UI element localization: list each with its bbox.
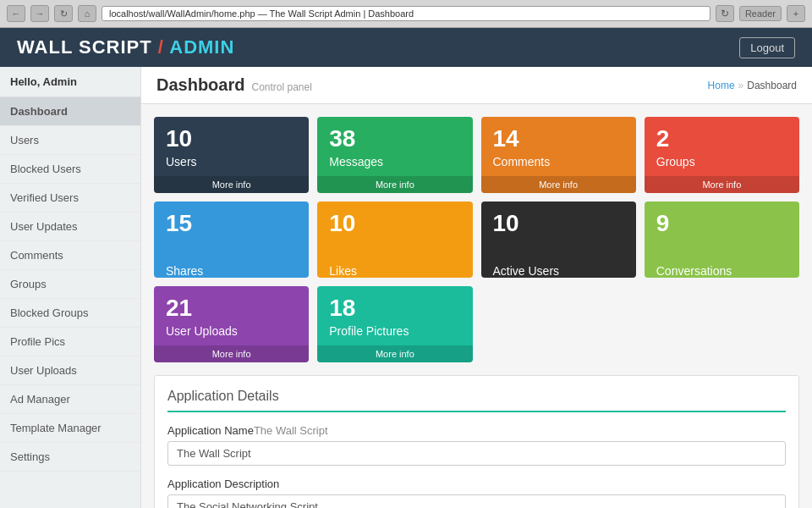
page-title-area: Dashboard Control panel: [156, 75, 312, 95]
breadcrumb-home[interactable]: Home: [708, 80, 735, 91]
stat-number-profile-pictures: 18: [329, 296, 460, 320]
reload-button[interactable]: ↻: [716, 5, 734, 22]
refresh-button[interactable]: ↻: [54, 5, 73, 22]
breadcrumb: Home » Dashboard: [708, 80, 797, 91]
form-label-app-description: Application Description: [167, 478, 786, 490]
main-layout: Hello, Admin Dashboard Users Blocked Use…: [0, 67, 812, 508]
stat-card-active-users[interactable]: 10Active Users: [481, 202, 636, 278]
stat-number-users: 10: [166, 127, 297, 151]
page-subtitle: Control panel: [251, 81, 311, 93]
browser-chrome: ← → ↻ ⌂ localhost/wall/WallAdmin/home.ph…: [0, 0, 812, 28]
stat-label-messages: Messages: [329, 155, 460, 168]
sidebar-item-groups[interactable]: Groups: [0, 270, 140, 299]
stat-card-profile-pictures[interactable]: 18Profile PicturesMore info: [317, 286, 472, 362]
page-title: Dashboard: [156, 75, 244, 95]
stat-label-user-uploads: User Uploads: [166, 324, 297, 338]
logo-script: SCRIPT: [73, 36, 158, 58]
sidebar-item-user-uploads[interactable]: User Uploads: [0, 356, 140, 385]
sidebar-item-settings[interactable]: Settings: [0, 443, 140, 472]
forward-button[interactable]: →: [30, 5, 49, 22]
stat-number-user-uploads: 21: [166, 296, 297, 320]
stat-number-conversations: 9: [656, 212, 787, 235]
logo-admin: ADMIN: [164, 36, 234, 58]
stat-card-user-uploads[interactable]: 21User UploadsMore info: [154, 286, 309, 362]
sidebar-item-blocked-users[interactable]: Blocked Users: [0, 155, 140, 184]
app-details-title: Application Details: [167, 389, 786, 412]
sidebar-item-ad-manager[interactable]: Ad Manager: [0, 385, 140, 414]
stat-label-comments: Comments: [493, 155, 624, 168]
page-header: Dashboard Control panel Home » Dashboard: [141, 67, 812, 104]
stat-more-groups[interactable]: More info: [645, 176, 799, 193]
stat-label-groups: Groups: [656, 155, 787, 168]
logo-wall: WALL: [17, 36, 73, 58]
reader-button[interactable]: Reader: [739, 6, 782, 21]
sidebar-item-blocked-groups[interactable]: Blocked Groups: [0, 299, 140, 328]
stat-card-groups[interactable]: 2GroupsMore info: [645, 117, 799, 193]
stat-number-groups: 2: [656, 127, 787, 151]
form-group-app-description: Application Description: [167, 478, 786, 508]
stat-more-comments[interactable]: More info: [481, 176, 636, 193]
form-group-app-name: Application NameThe Wall Script: [167, 424, 786, 466]
stat-label-users: Users: [166, 155, 297, 168]
app-header: WALL SCRIPT / ADMIN Logout: [0, 28, 812, 67]
stat-more-users[interactable]: More info: [154, 176, 309, 193]
stat-card-messages[interactable]: 38MessagesMore info: [317, 117, 472, 193]
stat-number-shares: 15: [166, 212, 297, 235]
form-input-app-description[interactable]: [167, 494, 786, 508]
stat-more-user-uploads[interactable]: More info: [154, 345, 309, 362]
sidebar-item-comments[interactable]: Comments: [0, 241, 140, 270]
stat-label-profile-pictures: Profile Pictures: [329, 324, 460, 338]
stat-card-likes[interactable]: 10Likes: [317, 202, 472, 278]
stat-card-shares[interactable]: 15Shares: [154, 202, 309, 278]
sidebar: Hello, Admin Dashboard Users Blocked Use…: [0, 67, 141, 508]
breadcrumb-current: Dashboard: [747, 80, 797, 91]
sidebar-item-profile-pics[interactable]: Profile Pics: [0, 328, 140, 356]
stat-more-profile-pictures[interactable]: More info: [317, 345, 472, 362]
sidebar-item-dashboard[interactable]: Dashboard: [0, 97, 140, 126]
logo-slash: /: [158, 36, 164, 58]
stat-card-comments[interactable]: 14CommentsMore info: [481, 117, 636, 193]
form-label-app-name: Application NameThe Wall Script: [167, 424, 786, 437]
stat-label-shares: Shares: [166, 264, 297, 278]
stat-number-messages: 38: [329, 127, 460, 151]
stat-card-users[interactable]: 10UsersMore info: [154, 117, 309, 193]
sidebar-item-user-updates[interactable]: User Updates: [0, 213, 140, 241]
stat-label-conversations: Conversations: [656, 264, 787, 278]
stat-number-comments: 14: [493, 127, 624, 151]
content-area: Dashboard Control panel Home » Dashboard…: [141, 67, 812, 508]
logout-button[interactable]: Logout: [739, 37, 795, 58]
sidebar-item-verified-users[interactable]: Verified Users: [0, 184, 140, 213]
sidebar-hello: Hello, Admin: [0, 67, 140, 97]
sidebar-item-users[interactable]: Users: [0, 126, 140, 155]
stat-card-conversations[interactable]: 9Conversations: [645, 202, 799, 278]
stat-label-active-users: Active Users: [493, 264, 624, 278]
back-button[interactable]: ←: [7, 5, 25, 22]
stats-grid: 10UsersMore info38MessagesMore info14Com…: [141, 104, 812, 375]
stat-label-likes: Likes: [329, 264, 460, 278]
stat-number-likes: 10: [329, 212, 460, 235]
app-wrapper: WALL SCRIPT / ADMIN Logout Hello, Admin …: [0, 28, 812, 508]
stat-more-messages[interactable]: More info: [317, 176, 472, 193]
app-details-section: Application Details Application NameThe …: [154, 375, 799, 508]
form-input-app-name[interactable]: [167, 441, 786, 466]
address-bar[interactable]: localhost/wall/WallAdmin/home.php — The …: [102, 6, 710, 21]
app-logo: WALL SCRIPT / ADMIN: [17, 36, 234, 58]
sidebar-item-template-manager[interactable]: Template Manager: [0, 414, 140, 443]
new-tab-button[interactable]: +: [787, 5, 805, 22]
stat-number-active-users: 10: [493, 212, 624, 235]
breadcrumb-separator: »: [738, 80, 744, 91]
home-button[interactable]: ⌂: [78, 5, 96, 22]
